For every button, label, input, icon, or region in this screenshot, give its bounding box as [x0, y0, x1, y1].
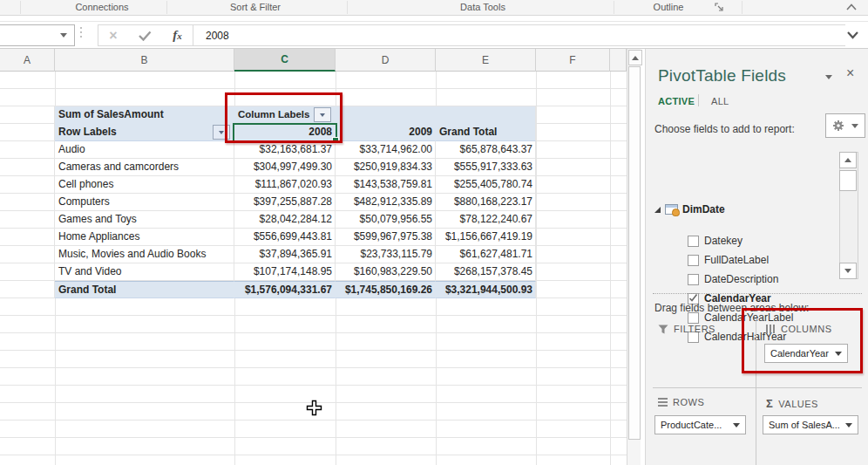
pivot-cell[interactable]: $107,174,148.95: [234, 263, 336, 281]
scroll-up-button[interactable]: [839, 152, 857, 168]
table-row[interactable]: Music, Movies and Audio Books$37,894,365…: [55, 246, 536, 263]
column-headers[interactable]: ABCDEF: [0, 49, 627, 72]
formula-bar-grip-icon: [80, 27, 82, 38]
rows-field-button[interactable]: ProductCate...: [654, 415, 746, 434]
pivot-cell[interactable]: $37,894,365.91: [234, 246, 336, 263]
column-header-e[interactable]: E: [436, 49, 536, 72]
pivot-cell[interactable]: $28,042,284.12: [234, 211, 336, 229]
table-row[interactable]: Games and Toys$28,042,284.12$50,079,956.…: [55, 211, 536, 229]
field-item-datekey[interactable]: Datekey: [688, 232, 743, 250]
pivot-cell[interactable]: Audio: [55, 141, 234, 159]
pivot-cell[interactable]: Games and Toys: [55, 211, 234, 229]
pivot-cell[interactable]: $250,919,834.33: [336, 159, 436, 176]
column-header-a[interactable]: A: [0, 49, 55, 72]
ribbon-group-label[interactable]: Data Tools: [460, 2, 505, 12]
field-list-scrollbar[interactable]: [839, 152, 858, 279]
formula-bar-input[interactable]: 2008: [193, 24, 845, 46]
pivot-cell[interactable]: $143,538,759.81: [336, 176, 436, 194]
column-header-f[interactable]: F: [536, 49, 610, 72]
scroll-down-button[interactable]: [839, 263, 857, 279]
divider: [347, 1, 348, 14]
gear-icon: [832, 120, 844, 132]
column-header-b[interactable]: B: [55, 49, 234, 72]
pane-options-icon[interactable]: [825, 75, 832, 79]
tab-all[interactable]: ALL: [711, 96, 729, 106]
pivot-row-labels-cell[interactable]: Row Labels: [55, 124, 234, 141]
pivot-cell[interactable]: $1,156,667,419.19: [436, 229, 536, 246]
pivot-cell[interactable]: $880,168,223.17: [436, 194, 536, 211]
enter-check-icon[interactable]: [139, 31, 152, 41]
grand-total-2009[interactable]: $1,745,850,169.26: [336, 281, 436, 298]
values-field-button[interactable]: Sum of SalesA...: [763, 415, 858, 434]
table-row[interactable]: TV and Video$107,174,148.95$160,983,229.…: [55, 263, 536, 281]
pivot-cell[interactable]: TV and Video: [55, 263, 234, 281]
grand-total-total[interactable]: $3,321,944,500.93: [436, 281, 536, 298]
table-row[interactable]: Cameras and camcorders$304,997,499.30$25…: [55, 159, 536, 176]
table-row[interactable]: Computers$397,255,887.28$482,912,335.89$…: [55, 194, 536, 211]
pivot-cell[interactable]: Cameras and camcorders: [55, 159, 234, 176]
pivot-cell[interactable]: $268,157,378.45: [436, 263, 536, 281]
unchecked-checkbox[interactable]: [688, 274, 699, 285]
pivot-cell[interactable]: $23,733,115.79: [336, 246, 436, 263]
ribbon-group-label[interactable]: Outline: [654, 2, 684, 12]
insert-function-icon[interactable]: fx: [173, 28, 182, 43]
ribbon-group-label[interactable]: Connections: [75, 2, 128, 12]
pivot-cell[interactable]: $304,997,499.30: [234, 159, 336, 176]
column-header-c[interactable]: C: [234, 49, 336, 72]
pivot-cell[interactable]: Cell phones: [55, 176, 234, 194]
ribbon-group-label[interactable]: Sort & Filter: [230, 2, 281, 12]
pivot-cell[interactable]: $32,163,681.37: [234, 141, 336, 159]
table-row[interactable]: Home Appliances$556,699,443.81$599,967,9…: [55, 229, 536, 246]
rows-icon: [658, 398, 668, 407]
field-item-datedescription[interactable]: DateDescription: [688, 270, 778, 288]
column-header-d[interactable]: D: [336, 49, 436, 72]
scrollbar-thumb[interactable]: [628, 66, 641, 440]
collapse-ribbon-icon[interactable]: [846, 3, 857, 10]
grand-total-label[interactable]: Grand Total: [55, 281, 234, 298]
red-callout-columns-area: [742, 308, 863, 373]
pivot-cell[interactable]: $556,699,443.81: [234, 229, 336, 246]
field-item-fulldatelabel[interactable]: FullDateLabel: [688, 251, 769, 269]
divider: [742, 1, 743, 14]
pivot-cell[interactable]: Music, Movies and Audio Books: [55, 246, 234, 263]
dialog-launcher-icon[interactable]: [715, 3, 724, 12]
pivot-cell[interactable]: $482,912,335.89: [336, 194, 436, 211]
unchecked-checkbox[interactable]: [688, 236, 699, 247]
pivot-grand-total-row[interactable]: Grand Total $1,576,094,331.67 $1,745,850…: [55, 281, 536, 298]
sheet-vertical-scrollbar[interactable]: [627, 49, 641, 465]
pivot-cell[interactable]: $33,714,962.00: [336, 141, 436, 159]
pivot-cell[interactable]: $397,255,887.28: [234, 194, 336, 211]
pivot-cell[interactable]: $61,627,481.71: [436, 246, 536, 263]
close-icon[interactable]: ×: [846, 65, 854, 81]
tools-button[interactable]: [825, 113, 865, 138]
scrollbar-thumb[interactable]: [839, 170, 857, 191]
name-box[interactable]: [0, 24, 75, 46]
expand-formula-bar-icon[interactable]: [847, 31, 858, 39]
expand-triangle-icon[interactable]: [654, 207, 661, 213]
divider: [698, 94, 699, 106]
pivot-cell[interactable]: Computers: [55, 194, 234, 211]
pivot-cell[interactable]: $111,867,020.93: [234, 176, 336, 194]
table-row[interactable]: Cell phones$111,867,020.93$143,538,759.8…: [55, 176, 536, 194]
pivot-cell[interactable]: $50,079,956.55: [336, 211, 436, 229]
tab-active[interactable]: ACTIVE: [658, 96, 695, 106]
scroll-up-button[interactable]: [628, 50, 642, 65]
cancel-icon[interactable]: ×: [109, 28, 117, 44]
pivot-grand-total-header[interactable]: Grand Total: [436, 124, 536, 141]
field-table-dimdate[interactable]: DimDate: [654, 201, 725, 218]
pivot-sum-label[interactable]: Sum of SalesAmount: [55, 106, 234, 124]
column-header-partial[interactable]: [610, 49, 627, 72]
pivot-cell[interactable]: $160,983,229.50: [336, 263, 436, 281]
pivot-year-2009-header[interactable]: 2009: [336, 124, 436, 141]
unchecked-checkbox[interactable]: [688, 255, 699, 266]
grid-line: [536, 72, 537, 465]
pivot-cell[interactable]: $255,405,780.74: [436, 176, 536, 194]
pivot-cell[interactable]: $555,917,333.63: [436, 159, 536, 176]
cell-cursor: [306, 400, 322, 416]
pivot-cell[interactable]: $65,878,643.37: [436, 141, 536, 159]
pivot-cell[interactable]: $78,122,240.67: [436, 211, 536, 229]
grand-total-2008[interactable]: $1,576,094,331.67: [234, 281, 336, 298]
pivot-cell[interactable]: Home Appliances: [55, 229, 234, 246]
table-row[interactable]: Audio$32,163,681.37$33,714,962.00$65,878…: [55, 141, 536, 159]
pivot-cell[interactable]: $599,967,975.38: [336, 229, 436, 246]
